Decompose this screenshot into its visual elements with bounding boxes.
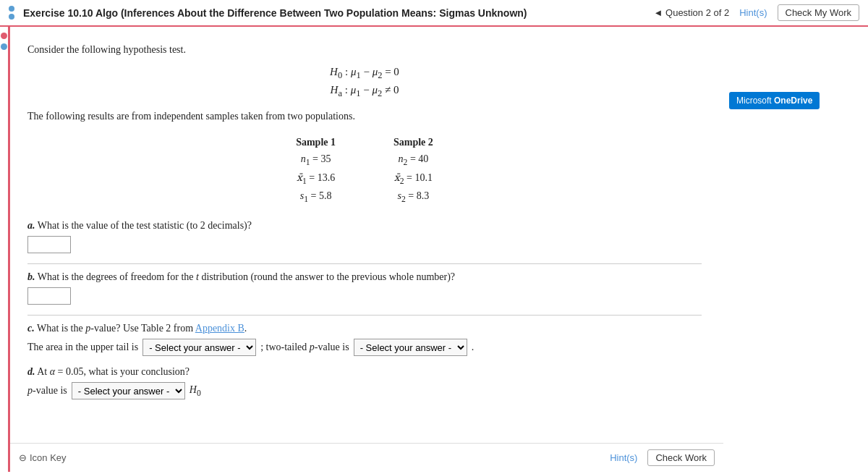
degrees-of-freedom-input[interactable]	[27, 287, 71, 305]
question-a-block: a. What is the value of the test statist…	[27, 220, 702, 253]
left-dot-inactive	[1, 43, 7, 50]
question-c-block: c. What is the p-value? Use Table 2 from…	[27, 323, 702, 356]
two-tailed-select[interactable]: - Select your answer -	[354, 339, 467, 356]
s2-cell: s2 = 8.3	[365, 188, 462, 206]
ha-text: Ha : μ1 − μ2 ≠ 0	[331, 84, 399, 96]
results-text: The following results are from independe…	[27, 111, 702, 122]
sample-table: Sample 1 Sample 2 n1 = 35 n2 = 40 x̄1 = …	[267, 134, 462, 206]
consider-text: Consider the following hypothesis test.	[27, 44, 702, 56]
xbar2-cell: x̄2 = 10.1	[365, 169, 462, 188]
onedrive-text: OneDrive	[774, 96, 812, 106]
main-layout: Consider the following hypothesis test. …	[0, 27, 868, 472]
s1-cell: s1 = 5.8	[267, 188, 365, 206]
top-bar-right: ◄ Question 2 of 2 Hint(s) Check My Work	[654, 4, 859, 21]
bottom-bar: ⊖ Icon Key Hint(s) Check Work	[10, 443, 723, 472]
hint-link[interactable]: Hint(s)	[739, 7, 767, 18]
divider-bc	[27, 315, 702, 316]
sample2-header: Sample 2	[365, 134, 462, 151]
h0-symbol: H0	[190, 384, 201, 398]
question-b-block: b. What is the degrees of freedom for th…	[27, 271, 702, 305]
pvalue-is-text: p-value is	[27, 385, 67, 397]
question-d-block: d. At α = 0.05, what is your conclusion?…	[27, 366, 702, 399]
bottom-right: Hint(s) Check Work	[610, 449, 715, 466]
hint-link-bottom[interactable]: Hint(s)	[610, 452, 637, 463]
period-text: .	[472, 342, 475, 353]
icon-key-symbol: ⊖	[19, 452, 27, 463]
right-panel: Microsoft OneDrive	[723, 27, 868, 472]
microsoft-text: Microsoft	[736, 96, 774, 106]
sidebar-indicator	[9, 6, 14, 20]
question-c-inline: The area in the upper tail is - Select y…	[27, 339, 702, 356]
question-b-label: b. What is the degrees of freedom for th…	[27, 271, 702, 283]
upper-tail-text: The area in the upper tail is	[27, 342, 138, 353]
content-area: Consider the following hypothesis test. …	[10, 27, 723, 472]
question-d-inline: p-value is - Select your answer - H0	[27, 382, 702, 399]
two-tailed-text: ; two-tailed p-value is	[260, 342, 349, 353]
left-dot-active	[1, 33, 7, 39]
h0-line: H0 : μ1 − μ2 = 0	[27, 66, 702, 81]
appendix-b-link[interactable]: Appendix B	[195, 323, 244, 334]
xbar1-cell: x̄1 = 13.6	[267, 169, 365, 188]
n1-cell: n1 = 35	[267, 151, 365, 169]
h0-text: H0 : μ1 − μ2 = 0	[330, 66, 399, 77]
table-row: s1 = 5.8 s2 = 8.3	[267, 188, 462, 206]
top-bar: Exercise 10.10 Algo (Inferences About th…	[0, 0, 868, 27]
icon-key-label: Icon Key	[30, 452, 67, 463]
left-bar	[0, 27, 10, 472]
question-a-label: a. What is the value of the test statist…	[27, 220, 702, 232]
question-d-label: d. At α = 0.05, what is your conclusion?	[27, 366, 702, 378]
test-statistic-input[interactable]	[27, 236, 71, 253]
onedrive-badge[interactable]: Microsoft OneDrive	[729, 92, 820, 109]
exercise-title: Exercise 10.10 Algo (Inferences About th…	[23, 7, 527, 19]
sidebar-dot-1	[9, 6, 14, 12]
icon-key[interactable]: ⊖ Icon Key	[19, 452, 67, 463]
sample1-header: Sample 1	[267, 134, 365, 151]
hypothesis-block: H0 : μ1 − μ2 = 0 Ha : μ1 − μ2 ≠ 0	[27, 66, 702, 99]
conclusion-select[interactable]: - Select your answer -	[72, 382, 185, 399]
top-bar-left: Exercise 10.10 Algo (Inferences About th…	[9, 6, 527, 20]
upper-tail-select[interactable]: - Select your answer -	[142, 339, 256, 356]
check-my-work-button[interactable]: Check My Work	[778, 4, 860, 21]
question-nav: ◄ Question 2 of 2	[654, 7, 730, 18]
question-c-label: c. What is the p-value? Use Table 2 from…	[27, 323, 702, 334]
n2-cell: n2 = 40	[365, 151, 462, 169]
table-row: x̄1 = 13.6 x̄2 = 10.1	[267, 169, 462, 188]
table-row: n1 = 35 n2 = 40	[267, 151, 462, 169]
divider-ab	[27, 263, 702, 264]
sidebar-dot-2	[9, 14, 14, 20]
ha-line: Ha : μ1 − μ2 ≠ 0	[27, 84, 702, 99]
check-work-button-bottom[interactable]: Check Work	[647, 449, 715, 466]
